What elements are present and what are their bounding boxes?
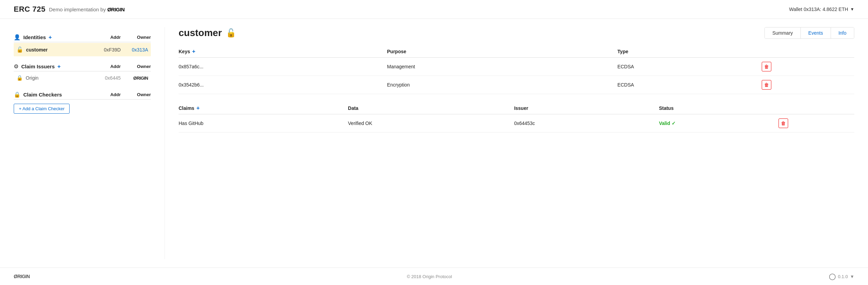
key-purpose-2: Encryption — [387, 76, 617, 94]
keys-col-purpose: Purpose — [387, 46, 617, 58]
identity-lock-icon: 🔓 — [16, 46, 23, 53]
tab-events[interactable]: Events — [801, 27, 831, 38]
claim-checkers-icon: 🔒 — [14, 91, 21, 98]
claim-name-1: Has GitHub — [179, 114, 348, 133]
key-type-2: ECDSA — [617, 76, 762, 94]
detail-title: customer 🔓 — [179, 27, 236, 38]
checkers-col-owner: Owner — [123, 92, 151, 97]
github-icon: ◯ — [829, 273, 836, 280]
claim-issuer-lock-icon: 🔒 — [16, 75, 23, 81]
key-purpose-1: Management — [387, 58, 617, 76]
footer-version[interactable]: ◯ 0.1.0 ▼ — [829, 273, 854, 280]
keys-table-header-keys: Keys + — [179, 46, 387, 58]
right-panel: customer 🔓 Summary Events Info Keys + — [165, 27, 854, 259]
claim-data-1: Verified OK — [348, 114, 514, 133]
claim-issuer-1: 0x64453c — [514, 114, 659, 133]
add-identity-button[interactable]: + — [49, 34, 52, 41]
delete-key-2-button[interactable]: 🗑 — [762, 80, 771, 90]
wallet-selector[interactable]: Wallet 0x313A: 4.8622 ETH ▼ — [789, 7, 854, 12]
key-delete-cell-1: 🗑 — [762, 58, 854, 76]
claim-checkers-title: Claim Checkers — [23, 92, 62, 98]
app-header: ERC 725 Demo implementation by ØRIGIN Wa… — [0, 0, 868, 19]
issuers-col-addr: Addr — [93, 64, 121, 69]
add-key-button[interactable]: + — [192, 48, 195, 55]
claim-issuers-title: Claim Issuers — [21, 64, 55, 69]
identities-header: 👤 Identities + Addr Owner — [14, 34, 151, 42]
main-content: 👤 Identities + Addr Owner 🔓 customer 0xF… — [0, 19, 868, 267]
claims-table: Claims + Data Issuer Status Has GitHub V… — [179, 102, 854, 133]
key-row: 0x3542b6... Encryption ECDSA 🗑 — [179, 76, 854, 94]
add-claim-button[interactable]: + — [196, 105, 200, 111]
checkers-col-addr: Addr — [93, 92, 121, 97]
claim-issuer-owner: ØRIGIN — [121, 75, 148, 81]
issuers-col-owner: Owner — [123, 64, 151, 69]
header-left: ERC 725 Demo implementation by ØRIGIN — [14, 5, 124, 14]
origin-brand-header: ØRIGIN — [107, 7, 124, 12]
claim-issuers-icon: ⚙ — [14, 63, 19, 70]
add-claim-issuer-button[interactable]: + — [58, 64, 61, 70]
footer-logo: ØRIGIN — [14, 274, 30, 279]
add-claim-checker-button[interactable]: + Add a Claim Checker — [14, 104, 70, 114]
identities-section: 👤 Identities + Addr Owner 🔓 customer 0xF… — [14, 34, 151, 56]
claim-status-text: Valid — [659, 121, 670, 126]
detail-header: customer 🔓 Summary Events Info — [179, 27, 854, 39]
claim-row: Has GitHub Verified OK 0x64453c Valid ✓ … — [179, 114, 854, 133]
delete-claim-1-button[interactable]: 🗑 — [779, 118, 788, 128]
wallet-dropdown-arrow: ▼ — [850, 7, 854, 12]
claim-issuer-addr: 0x6445 — [93, 75, 121, 81]
app-title: ERC 725 — [14, 5, 46, 14]
key-addr-2: 0x3542b6... — [179, 76, 387, 94]
wallet-label: Wallet 0x313A: 4.8622 ETH — [789, 7, 848, 12]
identities-col-owner: Owner — [123, 35, 151, 40]
claim-issuer-name: Origin — [26, 75, 93, 81]
key-addr-1: 0x857a6c... — [179, 58, 387, 76]
tab-summary[interactable]: Summary — [765, 27, 801, 38]
delete-key-1-button[interactable]: 🗑 — [762, 62, 771, 71]
key-row: 0x857a6c... Management ECDSA 🗑 — [179, 58, 854, 76]
identities-icon: 👤 — [14, 34, 21, 41]
identity-row[interactable]: 🔓 customer 0xF39D 0x313A — [14, 43, 151, 56]
keys-col-type: Type — [617, 46, 762, 58]
claims-col-data: Data — [348, 102, 514, 114]
detail-lock-icon: 🔓 — [226, 28, 236, 38]
claim-issuers-header: ⚙ Claim Issuers + Addr Owner — [14, 63, 151, 71]
app-footer: ØRIGIN © 2018 Origin Protocol ◯ 0.1.0 ▼ — [0, 267, 868, 285]
claim-status-1: Valid ✓ — [659, 114, 779, 133]
left-panel: 👤 Identities + Addr Owner 🔓 customer 0xF… — [14, 27, 165, 259]
keys-col-action — [762, 46, 854, 58]
claims-col-issuer: Issuer — [514, 102, 659, 114]
version-label: 0.1.0 — [838, 274, 848, 279]
identity-owner: 0x313A — [121, 47, 148, 53]
claim-delete-cell-1: 🗑 — [779, 114, 854, 133]
identity-name: customer — [26, 47, 93, 53]
version-dropdown-arrow: ▼ — [850, 274, 854, 279]
key-type-1: ECDSA — [617, 58, 762, 76]
claim-issuers-section: ⚙ Claim Issuers + Addr Owner 🔒 Origin 0x… — [14, 63, 151, 84]
claims-col-status: Status — [659, 102, 779, 114]
detail-tabs: Summary Events Info — [764, 27, 854, 39]
claim-checkers-section: 🔒 Claim Checkers Addr Owner + Add a Clai… — [14, 91, 151, 114]
claims-col-action — [779, 102, 854, 114]
tab-info[interactable]: Info — [831, 27, 854, 38]
claims-table-header-claims: Claims + — [179, 102, 348, 114]
identities-col-addr: Addr — [93, 35, 121, 40]
identity-addr: 0xF39D — [93, 47, 121, 53]
detail-name: customer — [179, 27, 222, 38]
app-subtitle: Demo implementation by ØRIGIN — [49, 7, 124, 12]
claim-issuer-row[interactable]: 🔒 Origin 0x6445 ØRIGIN — [14, 71, 151, 84]
footer-copyright: © 2018 Origin Protocol — [407, 274, 452, 279]
key-delete-cell-2: 🗑 — [762, 76, 854, 94]
claim-status-check-icon: ✓ — [672, 121, 676, 126]
keys-table: Keys + Purpose Type 0x857a6c... Manageme… — [179, 46, 854, 94]
identities-title: Identities — [23, 34, 46, 40]
claim-checkers-header: 🔒 Claim Checkers Addr Owner — [14, 91, 151, 99]
